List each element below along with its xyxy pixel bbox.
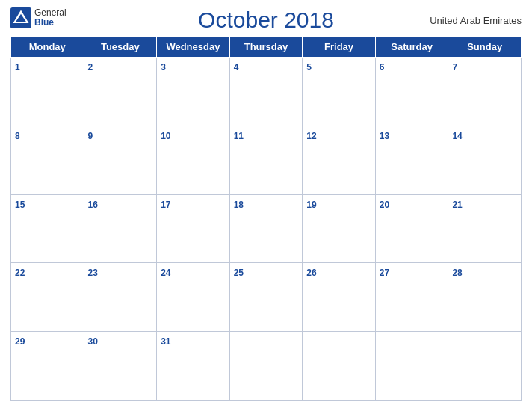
- calendar-cell: 21: [448, 194, 522, 263]
- month-title: October 2018: [198, 7, 334, 33]
- day-number: 13: [380, 131, 389, 141]
- calendar-cell: 27: [375, 263, 448, 332]
- day-number: 31: [161, 336, 170, 347]
- week-row-3: 15161718192021: [11, 194, 522, 263]
- week-row-4: 22232425262728: [11, 263, 522, 332]
- week-row-1: 1234567: [11, 58, 522, 126]
- calendar-cell: [229, 332, 303, 401]
- week-row-5: 293031: [11, 332, 522, 401]
- calendar-cell: 12: [303, 126, 376, 194]
- day-number: 15: [15, 200, 25, 210]
- day-number: 8: [15, 131, 20, 141]
- day-number: 5: [306, 62, 312, 72]
- calendar-cell: 5: [303, 58, 376, 126]
- weekday-monday: Monday: [11, 37, 84, 58]
- logo-area: General Blue: [10, 7, 66, 28]
- week-row-2: 891011121314: [11, 126, 522, 194]
- day-number: 19: [306, 200, 316, 210]
- calendar-body: 1234567891011121314151617181920212223242…: [11, 58, 522, 401]
- calendar-cell: 9: [84, 126, 157, 194]
- calendar-cell: 30: [84, 332, 157, 401]
- calendar-table: Monday Tuesday Wednesday Thursday Friday…: [10, 36, 522, 401]
- logo-blue-text: Blue: [34, 18, 66, 28]
- logo-text: General Blue: [34, 8, 66, 28]
- calendar-cell: 11: [229, 126, 303, 194]
- day-number: 11: [234, 131, 244, 141]
- calendar-cell: 2: [84, 58, 157, 126]
- calendar-cell: 20: [375, 194, 448, 263]
- day-number: 16: [88, 200, 98, 210]
- day-number: 26: [306, 268, 316, 278]
- generalblue-logo-icon: [10, 7, 31, 28]
- weekday-saturday: Saturday: [375, 37, 448, 58]
- day-number: 28: [452, 268, 462, 278]
- weekday-tuesday: Tuesday: [84, 37, 157, 58]
- calendar-cell: 7: [448, 58, 522, 126]
- day-number: 21: [452, 200, 462, 210]
- calendar-cell: 4: [229, 58, 303, 126]
- day-number: 14: [452, 131, 462, 141]
- day-number: 30: [88, 336, 98, 347]
- calendar-cell: 14: [448, 126, 522, 194]
- day-number: 23: [88, 268, 98, 278]
- calendar-cell: 1: [11, 58, 84, 126]
- calendar-cell: 26: [303, 263, 376, 332]
- day-number: 2: [88, 62, 93, 72]
- day-number: 10: [161, 131, 170, 141]
- calendar-cell: 24: [157, 263, 230, 332]
- calendar-cell: [375, 332, 448, 401]
- day-number: 29: [15, 336, 25, 347]
- calendar-cell: 8: [11, 126, 84, 194]
- day-number: 18: [234, 200, 244, 210]
- day-number: 27: [380, 268, 389, 278]
- calendar-cell: 19: [303, 194, 376, 263]
- calendar-cell: 28: [448, 263, 522, 332]
- calendar-cell: 13: [375, 126, 448, 194]
- weekday-sunday: Sunday: [448, 37, 522, 58]
- day-number: 24: [161, 268, 170, 278]
- header-top: General Blue October 2018 United Arab Em…: [10, 7, 522, 33]
- calendar-container: General Blue October 2018 United Arab Em…: [0, 0, 532, 411]
- calendar-cell: 17: [157, 194, 230, 263]
- day-number: 3: [161, 62, 166, 72]
- day-number: 4: [234, 62, 239, 72]
- calendar-cell: [303, 332, 376, 401]
- day-number: 6: [380, 62, 385, 72]
- weekday-friday: Friday: [303, 37, 376, 58]
- day-number: 22: [15, 268, 25, 278]
- calendar-cell: 6: [375, 58, 448, 126]
- calendar-cell: 29: [11, 332, 84, 401]
- calendar-cell: 10: [157, 126, 230, 194]
- calendar-cell: [448, 332, 522, 401]
- calendar-cell: 15: [11, 194, 84, 263]
- calendar-cell: 31: [157, 332, 230, 401]
- day-number: 12: [306, 131, 316, 141]
- calendar-cell: 3: [157, 58, 230, 126]
- day-number: 1: [15, 62, 20, 72]
- day-number: 20: [380, 200, 389, 210]
- weekday-header-row: Monday Tuesday Wednesday Thursday Friday…: [11, 37, 522, 58]
- country-label: United Arab Emirates: [430, 15, 522, 26]
- weekday-wednesday: Wednesday: [157, 37, 230, 58]
- day-number: 25: [234, 268, 244, 278]
- day-number: 7: [452, 62, 457, 72]
- day-number: 17: [161, 200, 170, 210]
- day-number: 9: [88, 131, 93, 141]
- calendar-cell: 16: [84, 194, 157, 263]
- calendar-cell: 23: [84, 263, 157, 332]
- calendar-cell: 18: [229, 194, 303, 263]
- calendar-cell: 25: [229, 263, 303, 332]
- calendar-cell: 22: [11, 263, 84, 332]
- weekday-thursday: Thursday: [229, 37, 303, 58]
